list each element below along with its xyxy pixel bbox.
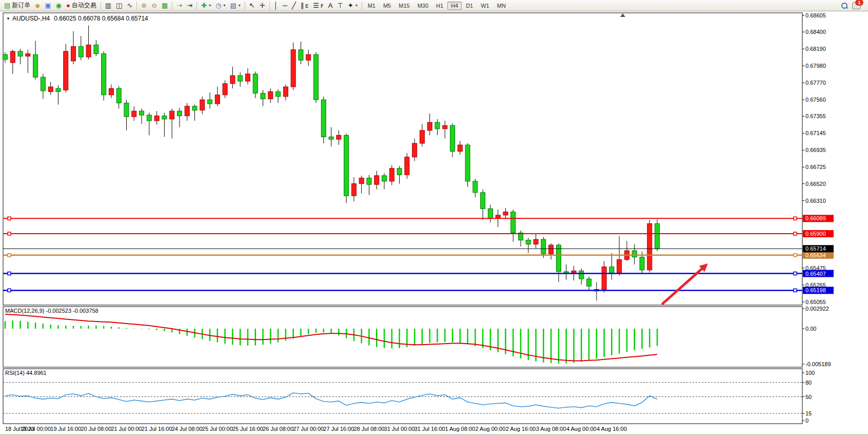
fibonacci-icon: ☰ (313, 2, 319, 9)
line-handle[interactable] (8, 272, 11, 275)
toolbar-button-label: ꜰ (321, 2, 324, 9)
timeframe-m30[interactable]: M30 (414, 2, 432, 10)
signal-icon-icon: ◉ (56, 2, 62, 9)
dropdown-caret-icon[interactable]: ▾ (239, 3, 241, 8)
vertical-line-icon: │ (274, 2, 278, 9)
new-order-icon: ▤ (4, 2, 10, 9)
price-axis-label: 0.66520 (805, 181, 826, 187)
price-axis-label: 0.65055 (805, 299, 826, 305)
current-price-badge-label: 0.65714 (805, 245, 826, 252)
candle-body (511, 212, 516, 233)
candle-body (170, 111, 174, 119)
arrows-tool-button[interactable]: ✦▾ (346, 0, 360, 11)
candle-body (632, 251, 637, 257)
new-order-button[interactable]: ▤新订单 (2, 0, 32, 11)
bar-chart-button[interactable]: ▥ (103, 0, 113, 11)
fibonacci-button[interactable]: ☰ꜰ (311, 0, 326, 11)
line-handle[interactable] (8, 254, 11, 257)
line-handle[interactable] (794, 272, 797, 275)
line-handle[interactable] (794, 254, 797, 257)
timeframe-m15[interactable]: M15 (395, 2, 413, 10)
toolbar-separator (172, 2, 172, 10)
macd-indicator-label: MACD(12,26,9) -0.002523 -0.003758 (5, 308, 98, 314)
candle-body (443, 125, 447, 128)
line-handle[interactable] (8, 217, 11, 220)
templates-icon: ▧ (230, 2, 236, 9)
vertical-line-button[interactable]: │ (272, 0, 280, 11)
price-axis-label: 0.67355 (805, 113, 826, 119)
text-label-button[interactable]: ⊤ (335, 0, 345, 11)
templates-button[interactable]: ▧▾ (228, 0, 243, 11)
time-axis-label: 28 Jul 08:00 (353, 426, 384, 432)
timeframe-m5[interactable]: M5 (380, 2, 394, 10)
zoom-out-button[interactable]: ⊖ (149, 0, 159, 11)
auto-scroll-button[interactable]: ⇢ (174, 0, 184, 11)
line-handle[interactable] (794, 289, 797, 292)
time-axis-label: 19 Jul 16:00 (50, 426, 81, 432)
horizontal-line-button[interactable]: ─ (281, 0, 289, 11)
dropdown-caret-icon[interactable]: ▾ (223, 3, 225, 8)
search-button[interactable] (839, 0, 850, 11)
tile-windows-button[interactable]: ▦ (160, 0, 170, 11)
line-handle[interactable] (8, 289, 11, 292)
price-line-badge-label: 0.65900 (805, 231, 826, 237)
text-button[interactable]: A (326, 0, 335, 11)
macd-pane[interactable] (3, 307, 802, 367)
candle-body (427, 122, 432, 130)
line-handle[interactable] (8, 232, 11, 235)
timeframe-d1[interactable]: D1 (462, 2, 477, 10)
price-axis-label: 0.66310 (805, 198, 826, 204)
candle-body (18, 51, 23, 56)
equidistant-channel-button[interactable]: ∥ᴇ (299, 0, 310, 11)
candle-body (261, 93, 265, 99)
rsi-pane[interactable] (3, 369, 802, 424)
candle-body (41, 77, 45, 91)
candle-body (78, 46, 83, 56)
line-chart-button[interactable]: ∿ (125, 0, 134, 11)
signal-icon[interactable]: ◉ (54, 0, 64, 11)
timeframe-w1[interactable]: W1 (477, 2, 493, 10)
chart-dropdown-icon[interactable]: ▼ (6, 16, 10, 21)
candlestick-chart-button[interactable]: ◫ (114, 0, 124, 11)
candle-body (33, 54, 38, 77)
line-chart-icon: ∿ (127, 2, 132, 9)
chart-window[interactable]: 0.686050.684000.681900.679800.677700.675… (0, 11, 868, 436)
timeframe-h1[interactable]: H1 (432, 2, 447, 10)
trendline-icon: ╱ (292, 2, 296, 9)
candle-body (177, 111, 182, 116)
timeframe-m1[interactable]: M1 (364, 2, 379, 10)
line-handle[interactable] (794, 232, 797, 235)
price-pane[interactable] (3, 13, 802, 305)
candle-body (10, 51, 15, 63)
candle-body (56, 88, 61, 91)
dropdown-caret-icon[interactable]: ▾ (356, 3, 358, 8)
chat-button[interactable]: 1 (850, 0, 863, 11)
cursor-button[interactable]: ↖ (247, 0, 257, 11)
periods-button[interactable]: ◷▾ (213, 0, 227, 11)
indicators-button[interactable]: ✚▾ (199, 0, 213, 11)
timeframe-h4[interactable]: H4 (447, 2, 462, 10)
candle-body (602, 267, 606, 289)
price-axis-label: 0.68190 (805, 46, 826, 52)
trendline-button[interactable]: ╱ (290, 0, 298, 11)
crosshair-button[interactable]: ✛ (258, 0, 267, 11)
line-handle[interactable] (794, 217, 797, 220)
market-watch-button[interactable]: ▣ (43, 0, 53, 11)
horizontal-line-icon: ─ (283, 2, 287, 9)
rsi-axis-label: 0 (805, 418, 808, 424)
chart-window-button[interactable]: ◆ (33, 0, 42, 11)
zoom-in-button[interactable]: ⊕ (139, 0, 149, 11)
toolbar-separator (245, 2, 245, 10)
chart-symbol-period: AUDUSD-,H4 (12, 15, 50, 22)
time-axis-label: 25 Jul 16:00 (232, 426, 263, 432)
chart-canvas[interactable]: 0.686050.684000.681900.679800.677700.675… (0, 11, 868, 436)
timeframe-mn[interactable]: MN (494, 2, 509, 10)
price-line-badge-label: 0.65198 (805, 287, 826, 293)
time-axis-label: 27 Jul 00:00 (293, 426, 324, 432)
dropdown-caret-icon[interactable]: ▾ (209, 3, 211, 8)
candle-body (640, 257, 644, 270)
chart-shift-button[interactable]: ⇥ (185, 0, 194, 11)
candle-body (185, 106, 189, 116)
candle-body (450, 125, 455, 151)
autotrading-button[interactable]: ●自动交易 (64, 0, 98, 11)
